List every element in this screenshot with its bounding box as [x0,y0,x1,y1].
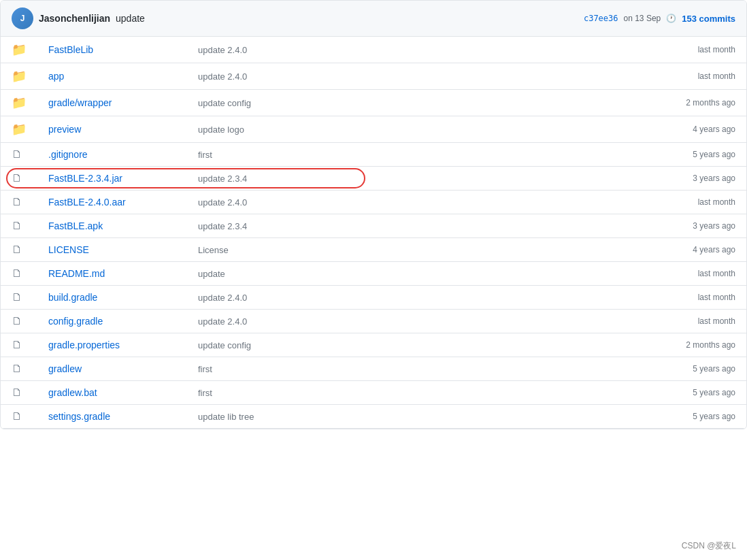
commit-time: last month [637,191,746,214]
file-name[interactable]: FastBLE.apk [48,220,103,231]
avatar: J [12,7,33,29]
file-name[interactable]: build.gradle [48,292,97,303]
commit-hash[interactable]: c37ee36 [584,14,618,23]
commit-msg: update 2.4.0 [198,316,247,327]
commit-time: 2 months ago [637,333,746,357]
table-row: 🗋config.gradleupdate 2.4.0last month [1,310,746,333]
commit-bar: J Jasonchenlijian update c37ee36 on 13 S… [1,1,746,37]
clock-icon: 🕐 [666,14,676,23]
file-name[interactable]: gradle.properties [48,340,120,350]
file-name[interactable]: FastBleLib [48,44,93,55]
commit-msg: update lib tree [198,412,254,422]
file-icon: 🗋 [12,410,22,422]
file-icon: 🗋 [12,363,22,374]
commit-time: 4 years ago [637,238,746,262]
commit-message: update [116,13,145,24]
table-row: 📁gradle/wrapperupdate config2 months ago [1,90,746,116]
commit-time: 4 years ago [637,116,746,143]
file-name[interactable]: settings.gradle [48,411,110,422]
file-icon: 🗋 [12,244,22,255]
file-icon: 🗋 [12,267,22,279]
file-icon: 🗋 [12,339,22,350]
commit-msg: update config [198,98,251,108]
commit-time: last month [637,286,746,310]
table-row: 🗋FastBLE-2.3.4.jarupdate 2.3.43 years ag… [1,167,746,191]
table-row: 📁appupdate 2.4.0last month [1,63,746,90]
commit-time: last month [637,310,746,333]
table-row: 🗋gradlew.batfirst5 years ago [1,381,746,405]
commit-time: last month [637,63,746,90]
folder-icon: 📁 [12,69,27,83]
commit-msg: update 2.3.4 [198,174,247,184]
folder-icon: 📁 [12,122,27,136]
commit-msg: update logo [198,125,244,135]
file-name[interactable]: .gitignore [48,149,88,160]
file-name[interactable]: preview [48,124,81,135]
file-name[interactable]: FastBLE-2.3.4.jar [48,173,122,184]
commit-msg: update [198,269,225,279]
file-icon: 🗋 [12,291,22,303]
file-icon: 🗋 [12,196,22,208]
table-row: 🗋gradlewfirst5 years ago [1,357,746,381]
commit-msg: first [198,388,212,398]
file-name[interactable]: FastBLE-2.4.0.aar [48,197,126,208]
folder-icon: 📁 [12,43,27,56]
commit-time: last month [637,262,746,286]
file-name[interactable]: README.md [48,268,105,279]
commit-time: 2 months ago [637,90,746,116]
commit-time: last month [637,37,746,63]
commit-author[interactable]: Jasonchenlijian [39,13,110,24]
commit-time: 5 years ago [637,357,746,381]
table-row: 🗋FastBLE-2.4.0.aarupdate 2.4.0last month [1,191,746,214]
file-icon: 🗋 [12,315,22,327]
file-name[interactable]: config.gradle [48,316,103,327]
commit-time: 5 years ago [637,405,746,429]
commit-msg: first [198,150,212,160]
file-icon: 🗋 [12,172,22,184]
table-row: 🗋.gitignorefirst5 years ago [1,143,746,167]
repo-container: J Jasonchenlijian update c37ee36 on 13 S… [0,0,747,429]
file-name[interactable]: app [48,71,64,82]
commits-link[interactable]: 153 commits [682,14,735,24]
commit-time: 3 years ago [637,214,746,238]
commit-time: 5 years ago [637,143,746,167]
file-table: 📁FastBleLibupdate 2.4.0last month📁appupd… [1,37,746,429]
table-row: 📁FastBleLibupdate 2.4.0last month [1,37,746,63]
table-row: 🗋gradle.propertiesupdate config2 months … [1,333,746,357]
commit-msg: update 2.4.0 [198,71,247,82]
commit-msg: first [198,364,212,374]
commit-msg: License [198,245,229,255]
table-row: 🗋README.mdupdatelast month [1,262,746,286]
commit-meta: c37ee36 on 13 Sep 🕐 153 commits [584,14,735,24]
commit-time: 5 years ago [637,381,746,405]
folder-icon: 📁 [12,96,27,110]
commit-time: 3 years ago [637,167,746,191]
commit-msg: update config [198,340,251,350]
file-name[interactable]: LICENSE [48,244,89,255]
commit-msg: update 2.4.0 [198,197,247,208]
table-row: 📁previewupdate logo4 years ago [1,116,746,143]
table-row: 🗋LICENSELicense4 years ago [1,238,746,262]
table-row: 🗋build.gradleupdate 2.4.0last month [1,286,746,310]
commit-date: on 13 Sep [624,14,661,23]
file-name[interactable]: gradlew.bat [48,387,97,398]
table-row: 🗋FastBLE.apkupdate 2.3.43 years ago [1,214,746,238]
file-icon: 🗋 [12,386,22,398]
file-name[interactable]: gradlew [48,363,82,374]
file-name[interactable]: gradle/wrapper [48,97,112,108]
commits-count: 153 commits [682,14,735,24]
commit-msg: update 2.4.0 [198,293,247,303]
commit-msg: update 2.3.4 [198,221,247,231]
table-row: 🗋settings.gradleupdate lib tree5 years a… [1,405,746,429]
file-icon: 🗋 [12,220,22,231]
commit-msg: update 2.4.0 [198,45,247,55]
file-icon: 🗋 [12,148,22,160]
